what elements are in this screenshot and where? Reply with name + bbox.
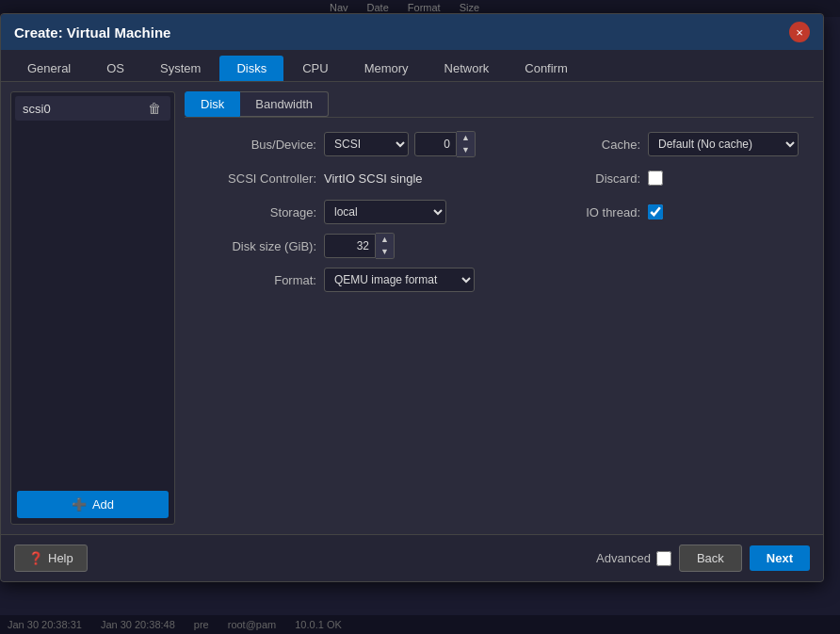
storage-label: Storage:: [185, 205, 316, 219]
disk-size-label: Disk size (GiB):: [185, 239, 316, 253]
tab-confirm[interactable]: Confirm: [508, 56, 585, 81]
tab-disks[interactable]: Disks: [219, 56, 283, 81]
device-input[interactable]: [414, 132, 457, 156]
tab-general[interactable]: General: [10, 56, 88, 81]
io-thread-label: IO thread:: [509, 205, 640, 219]
help-label: Help: [48, 551, 73, 565]
bus-device-row: Bus/Device: SCSI ▲ ▼: [185, 129, 490, 159]
disk-config-panel: Disk Bandwidth Bus/Device: SCSI: [185, 91, 814, 525]
device-spinner-buttons: ▲ ▼: [457, 131, 476, 157]
bottom-time1: Jan 30 20:38:31: [8, 619, 82, 630]
bottom-status: 10.0.1 OK: [295, 619, 342, 630]
create-vm-modal: Create: Virtual Machine × General OS Sys…: [0, 13, 824, 582]
discard-row: Discard:: [509, 163, 814, 193]
bottom-user: root@pam: [228, 619, 277, 630]
scsi-controller-row: SCSI Controller: VirtIO SCSI single: [185, 163, 490, 193]
io-thread-row: IO thread:: [509, 197, 814, 227]
advanced-label: Advanced: [596, 551, 651, 565]
storage-select[interactable]: local: [324, 200, 446, 224]
disk-item-scsi0[interactable]: scsi0 🗑: [15, 96, 170, 121]
tab-os[interactable]: OS: [89, 56, 141, 81]
tab-network[interactable]: Network: [428, 56, 507, 81]
form-right-section: Cache: Default (No cache) Discard: IO th…: [509, 129, 814, 295]
scsi-controller-value: VirtIO SCSI single: [324, 171, 423, 186]
discard-checkbox[interactable]: [648, 171, 663, 186]
add-btn-label: Add: [92, 497, 114, 512]
advanced-wrap: Advanced: [596, 551, 671, 566]
cache-row: Cache: Default (No cache): [509, 129, 814, 159]
sub-tabs: Disk Bandwidth: [185, 91, 814, 118]
bottom-bar: Jan 30 20:38:31 Jan 30 20:38:48 pre root…: [0, 615, 840, 634]
help-icon: ❓: [28, 551, 43, 565]
storage-row: Storage: local: [185, 197, 490, 227]
modal-body: scsi0 🗑 ➕ Add Disk Bandwidth: [1, 82, 823, 534]
io-thread-checkbox[interactable]: [648, 204, 663, 219]
disk-delete-icon[interactable]: 🗑: [146, 101, 163, 116]
sub-tab-bandwidth[interactable]: Bandwidth: [240, 91, 329, 117]
format-select[interactable]: QEMU image format: [324, 268, 475, 292]
form-left-section: Bus/Device: SCSI ▲ ▼: [185, 129, 490, 295]
bus-device-label: Bus/Device:: [185, 138, 316, 152]
disk-form: Bus/Device: SCSI ▲ ▼: [185, 129, 814, 295]
format-row: Format: QEMU image format: [185, 265, 490, 295]
footer-left: ❓ Help: [14, 545, 88, 572]
help-button[interactable]: ❓ Help: [14, 545, 88, 572]
disk-list: scsi0 🗑: [11, 92, 174, 124]
disk-size-spinner: ▲ ▼: [324, 233, 395, 259]
scsi-controller-label: SCSI Controller:: [185, 171, 316, 186]
disk-size-input[interactable]: [324, 234, 376, 258]
add-icon: ➕: [72, 497, 87, 512]
format-label: Format:: [185, 273, 316, 287]
device-up-button[interactable]: ▲: [457, 132, 475, 144]
bus-select[interactable]: SCSI: [324, 132, 409, 156]
nav-tabs: General OS System Disks CPU Memory Netwo…: [1, 50, 823, 82]
disk-size-row: Disk size (GiB): ▲ ▼: [185, 231, 490, 261]
advanced-checkbox[interactable]: [656, 551, 671, 566]
back-button[interactable]: Back: [679, 545, 742, 572]
device-spinner: ▲ ▼: [414, 131, 476, 157]
disk-list-panel: scsi0 🗑 ➕ Add: [10, 91, 175, 525]
modal-close-button[interactable]: ×: [789, 22, 810, 42]
modal-title: Create: Virtual Machine: [14, 24, 170, 41]
bottom-pre: pre: [194, 619, 209, 630]
bus-device-controls: SCSI ▲ ▼: [324, 131, 476, 157]
sub-tab-disk[interactable]: Disk: [185, 91, 240, 117]
tab-cpu[interactable]: CPU: [285, 56, 345, 81]
add-disk-button[interactable]: ➕ Add: [17, 491, 169, 518]
cache-select[interactable]: Default (No cache): [648, 132, 799, 156]
device-down-button[interactable]: ▼: [457, 144, 475, 156]
tab-system[interactable]: System: [143, 56, 218, 81]
next-button[interactable]: Next: [750, 545, 810, 571]
tab-memory[interactable]: Memory: [347, 56, 426, 81]
modal-header: Create: Virtual Machine ×: [1, 14, 823, 50]
cache-label: Cache:: [509, 138, 640, 152]
disk-item-label: scsi0: [23, 102, 51, 116]
disk-size-spinner-buttons: ▲ ▼: [376, 233, 395, 259]
bottom-time2: Jan 30 20:38:48: [101, 619, 175, 630]
disk-size-down-button[interactable]: ▼: [376, 246, 394, 258]
disk-size-up-button[interactable]: ▲: [376, 234, 394, 246]
discard-label: Discard:: [509, 171, 640, 186]
modal-footer: ❓ Help Advanced Back Next: [1, 534, 823, 581]
footer-right: Advanced Back Next: [596, 545, 810, 572]
